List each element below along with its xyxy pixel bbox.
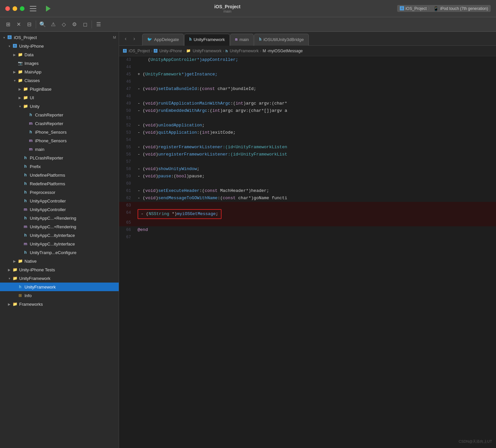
minimize-button[interactable] xyxy=(13,6,17,11)
sidebar-item-pluginbase[interactable]: ▶📁PluginBase xyxy=(0,85,119,93)
stop-button[interactable]: ✕ xyxy=(13,19,24,30)
code-editor[interactable]: 43 (UnityAppController*)appController;44… xyxy=(119,56,496,448)
breadcrumb-item-2[interactable]: Unity-iPhone xyxy=(159,49,182,53)
sidebar-item-unityframework-h[interactable]: hUnityFramework xyxy=(0,283,119,291)
settings-button[interactable]: ⚙ xyxy=(69,19,80,30)
line-content[interactable]: - (void)unloadApplication; xyxy=(135,122,496,129)
project-navigator[interactable]: ▾🅰iOS_ProjectM▾🅰Unity-iPhone▶📁Data📷Image… xyxy=(0,32,119,448)
line-content[interactable]: + (UnityFramework*)getInstance; xyxy=(135,71,496,78)
line-content[interactable] xyxy=(135,64,496,71)
line-content[interactable] xyxy=(135,136,496,144)
sidebar-item-unityappc-ityinterface-h[interactable]: hUnityAppC...ityInterface xyxy=(0,231,119,240)
tab-main[interactable]: mmain xyxy=(230,34,254,46)
sidebar-item-ui[interactable]: ▶📁UI xyxy=(0,93,119,102)
line-content[interactable]: - (void)runUIApplicationMainWithArgc:(in… xyxy=(135,100,496,107)
grid-view-button[interactable]: ⊞ xyxy=(3,19,13,30)
sidebar-item-crashreporter-m[interactable]: mCrashReporter xyxy=(0,119,119,128)
sidebar-item-unityappc-rendering-m[interactable]: mUnityAppC...+Rendering xyxy=(0,222,119,231)
sidebar-item-crashreporter-h[interactable]: hCrashReporter xyxy=(0,111,119,119)
code-line: 56- (void)unregisterFrameworkListener:(i… xyxy=(119,151,496,158)
line-content[interactable] xyxy=(135,158,496,165)
sidebar-item-unity-folder[interactable]: ▾📁Unity xyxy=(0,102,119,111)
sidebar-item-native-folder[interactable]: ▶📁Native xyxy=(0,257,119,265)
scheme-selector[interactable]: 🅰 iOS_Project 〉 📱 iPod touch (7th genera… xyxy=(397,5,491,12)
sidebar-item-classes[interactable]: ▾📁Classes xyxy=(0,76,119,85)
line-content[interactable] xyxy=(135,234,496,241)
sidebar-item-iphone-sensors-m[interactable]: miPhone_Sensors xyxy=(0,136,119,145)
sidebar-item-redefineplatforms-h[interactable]: hRedefinePlatforms xyxy=(0,179,119,188)
line-content[interactable]: - (NSString *)myiOSGetMessage; xyxy=(135,209,496,219)
sidebar-item-preprocessor-h[interactable]: hPreprocessor xyxy=(0,188,119,197)
tab-label: UnityFramework xyxy=(193,37,225,42)
item-label: UndefinePlatforms xyxy=(30,173,119,178)
rectangle-button[interactable]: ◻ xyxy=(80,19,90,30)
forward-button[interactable]: › xyxy=(130,35,138,43)
line-number: 67 xyxy=(119,234,135,241)
search-button[interactable]: 🔍 xyxy=(37,19,48,30)
split-button[interactable]: ⊟ xyxy=(24,19,34,30)
back-button[interactable]: ‹ xyxy=(122,35,130,43)
line-content[interactable]: - (void)registerFrameworkListener:(id<Un… xyxy=(135,144,496,151)
breadcrumb-item-3[interactable]: UnityFramework xyxy=(193,49,222,53)
sidebar-item-prefix-h[interactable]: hPrefix xyxy=(0,162,119,171)
tab-unityframework[interactable]: hUnityFramework xyxy=(184,34,230,46)
line-content[interactable]: (UnityAppController*)appController; xyxy=(135,56,496,64)
breadcrumb-item-4[interactable]: UnityFramework xyxy=(230,49,259,53)
sidebar-item-undefineplatforms-h[interactable]: hUndefinePlatforms xyxy=(0,171,119,179)
sidebar-item-main-m[interactable]: mmain xyxy=(0,145,119,154)
sidebar-item-ios-project[interactable]: ▾🅰iOS_ProjectM xyxy=(0,33,119,42)
tab-label: AppDelegate xyxy=(154,37,179,42)
warning-button[interactable]: ⚠ xyxy=(48,19,59,30)
line-content[interactable]: - (void)sendMessageToGOWithName:(const c… xyxy=(135,195,496,202)
sidebar-item-iphone-sensors-h[interactable]: hiPhone_Sensors xyxy=(0,128,119,136)
line-content[interactable] xyxy=(135,78,496,85)
line-content[interactable]: - (void)pause:(bool)pause; xyxy=(135,173,496,180)
code-line: 52- (void)unloadApplication; xyxy=(119,122,496,129)
sidebar-item-unityframework-group[interactable]: ▾📁UnityFramework xyxy=(0,274,119,283)
sidebar-toggle-button[interactable] xyxy=(30,6,36,11)
line-content[interactable]: - (void)setExecuteHeader:(const MachHead… xyxy=(135,187,496,195)
sidebar-item-unityappc-ityinterface-m[interactable]: mUnityAppC...ityInterface xyxy=(0,240,119,248)
sidebar-item-unityappcontroller-m[interactable]: mUnityAppController xyxy=(0,205,119,214)
breadcrumb-item-5[interactable]: M -myiOSGetMessage xyxy=(263,49,303,53)
sidebar-item-plcrashreporter-h[interactable]: hPLCrashReporter xyxy=(0,154,119,162)
sidebar-item-images[interactable]: 📷Images xyxy=(0,59,119,67)
sidebar-item-unity-iphone[interactable]: ▾🅰Unity-iPhone xyxy=(0,42,119,50)
tab-iosutilunity[interactable]: hiOSUtilUnity3dBridge xyxy=(254,34,309,46)
device-label: iPod touch (7th generation) xyxy=(440,6,488,11)
item-icon: h xyxy=(22,189,28,195)
item-label: Native xyxy=(24,259,119,264)
sidebar-item-unityappc-rendering-h[interactable]: hUnityAppC...+Rendering xyxy=(0,214,119,222)
run-button[interactable] xyxy=(43,3,54,14)
item-label: RedefinePlatforms xyxy=(30,181,119,186)
line-content[interactable] xyxy=(135,180,496,187)
chevron-icon xyxy=(17,224,22,229)
tab-bar: 🐦AppDelegatehUnityFrameworkmmainhiOSUtil… xyxy=(141,32,496,46)
breadcrumb-item-1[interactable]: iOS_Project xyxy=(129,49,150,53)
item-label: Frameworks xyxy=(19,302,119,307)
line-content[interactable]: - (void)runEmbeddedWithArgc:(int)argc ar… xyxy=(135,107,496,114)
line-content[interactable]: - (void)unregisterFrameworkListener:(id<… xyxy=(135,151,496,158)
sidebar-item-unity-iphone-tests[interactable]: ▶📁Unity-iPhone Tests xyxy=(0,265,119,274)
line-content[interactable] xyxy=(135,219,496,226)
tab-appdelegate[interactable]: 🐦AppDelegate xyxy=(142,34,184,46)
line-content[interactable] xyxy=(135,93,496,100)
sidebar-item-frameworks[interactable]: ▶📁Frameworks xyxy=(0,300,119,308)
sidebar-item-unityappcontroller-h[interactable]: hUnityAppController xyxy=(0,197,119,205)
line-content[interactable]: - (void)showUnityWindow; xyxy=(135,165,496,173)
sidebar-item-unitytramp-econfigure-h[interactable]: hUnityTramp...eConfigure xyxy=(0,248,119,257)
item-label: Info xyxy=(24,293,119,298)
item-icon: 📁 xyxy=(12,267,18,273)
list-button[interactable]: ☰ xyxy=(93,19,104,30)
sidebar-item-mainapp[interactable]: ▶📁MainApp xyxy=(0,67,119,76)
line-content[interactable]: @end xyxy=(135,226,496,234)
close-button[interactable] xyxy=(5,6,10,11)
line-content[interactable]: - (void)quitApplication:(int)exitCode; xyxy=(135,129,496,136)
sidebar-item-data[interactable]: ▶📁Data xyxy=(0,50,119,59)
line-content[interactable] xyxy=(135,114,496,122)
line-content[interactable]: - (void)setDataBundleId:(const char*)bun… xyxy=(135,85,496,93)
sidebar-item-info-item[interactable]: ⊞Info xyxy=(0,291,119,300)
line-content[interactable] xyxy=(135,202,496,209)
diamond-button[interactable]: ◇ xyxy=(59,19,69,30)
fullscreen-button[interactable] xyxy=(20,6,24,11)
